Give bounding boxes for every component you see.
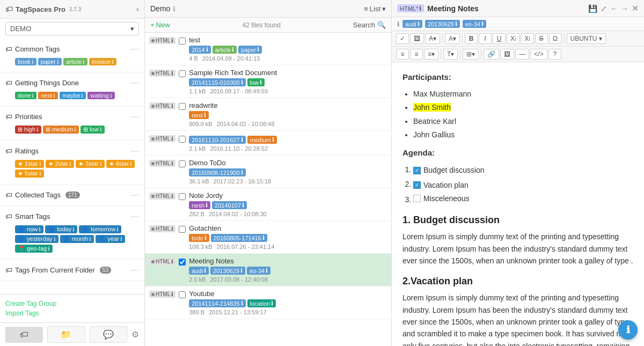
file-tag[interactable]: audi ℹ bbox=[189, 267, 209, 275]
smart-tags-header[interactable]: 🏷 Smart Tags ⋯ bbox=[0, 209, 144, 224]
tag-now[interactable]: 👤 now ℹ bbox=[15, 225, 43, 233]
folder-view-btn[interactable]: 📁 bbox=[47, 326, 85, 343]
file-tag[interactable]: 20160908-121900 ℹ bbox=[189, 168, 245, 176]
tag-month[interactable]: 👤 month ℹ bbox=[60, 235, 94, 243]
toolbar-align-btn[interactable]: ≡▾ bbox=[424, 49, 438, 60]
toolbar-color-btn[interactable]: A▾ bbox=[425, 33, 440, 44]
tag-book[interactable]: book ℹ bbox=[15, 58, 36, 65]
tag-today[interactable]: 👤 today ℹ bbox=[45, 225, 77, 233]
collected-tags-menu-icon[interactable]: ⋯ bbox=[130, 190, 139, 200]
file-tag[interactable]: 20130629 ℹ bbox=[210, 267, 245, 275]
file-tag[interactable]: 20140107 ℹ bbox=[212, 201, 247, 209]
toolbar-table-btn[interactable]: ⊞▾ bbox=[463, 49, 479, 60]
agenda-checkbox-checked[interactable]: ✓ bbox=[413, 181, 421, 189]
tag-yesterday[interactable]: 👤 yesterday ℹ bbox=[15, 235, 58, 243]
save-icon[interactable]: 💾 bbox=[588, 4, 597, 13]
tag-2star[interactable]: ★ 2star ℹ bbox=[46, 160, 75, 168]
toolbar-link-btn[interactable]: 🔗 bbox=[484, 49, 499, 60]
toolbar-media-btn[interactable]: 🖼 bbox=[500, 49, 514, 60]
folder-tags-menu-icon[interactable]: ⋯ bbox=[130, 265, 139, 275]
ratings-menu-icon[interactable]: ⋯ bbox=[130, 146, 139, 156]
file-select-checkbox[interactable] bbox=[179, 226, 186, 233]
file-tag[interactable]: medium ℹ bbox=[247, 136, 277, 144]
toolbar-hr-btn[interactable]: — bbox=[515, 49, 529, 60]
help-fab-btn[interactable]: ℹ bbox=[618, 320, 638, 340]
sidebar-collapse-btn[interactable]: ‹ bbox=[136, 4, 139, 14]
gtd-menu-icon[interactable]: ⋯ bbox=[130, 78, 139, 88]
toolbar-strikethrough-btn[interactable]: S bbox=[535, 33, 548, 44]
file-tag[interactable]: 2014 ℹ bbox=[189, 46, 210, 54]
tag-maybe[interactable]: maybe ℹ bbox=[60, 92, 86, 99]
file-item[interactable]: HTML ℹ 20161110-201627 ℹ medium ℹ 2.1 kB… bbox=[145, 131, 391, 156]
toolbar-bold-btn[interactable]: B bbox=[465, 33, 478, 44]
editor-tag-eo34[interactable]: eo-34 ℹ bbox=[463, 20, 486, 28]
gtd-header[interactable]: 🏷 Getting Things Done ⋯ bbox=[0, 76, 144, 90]
forward-icon[interactable]: → bbox=[621, 4, 628, 13]
tag-1star[interactable]: ★ 1star ℹ bbox=[15, 160, 44, 168]
settings-gear-icon[interactable]: ⚙ bbox=[131, 329, 139, 340]
toolbar-ul-btn[interactable]: ≡ bbox=[396, 49, 409, 60]
tag-3star[interactable]: ★ 3star ℹ bbox=[76, 160, 105, 168]
toolbar-ol-btn[interactable]: ≡ bbox=[410, 49, 423, 60]
toolbar-code-btn[interactable]: </> bbox=[530, 49, 547, 60]
tag-article[interactable]: article ℹ bbox=[63, 58, 87, 65]
back-icon[interactable]: ← bbox=[610, 4, 618, 13]
file-item[interactable]: HTML ℹ Note Jordy nesh ℹ 20140107 ℹ 282 … bbox=[145, 188, 391, 221]
file-tag[interactable]: todo ℹ bbox=[189, 234, 209, 242]
file-tag[interactable]: paper ℹ bbox=[238, 46, 262, 54]
file-tag[interactable]: article ℹ bbox=[213, 46, 237, 54]
toolbar-image-btn[interactable]: 🖼 bbox=[410, 33, 424, 44]
toolbar-superscript-btn[interactable]: Xi bbox=[507, 33, 519, 44]
toolbar-font-family-dropdown[interactable]: UBUNTU ▾ bbox=[567, 33, 606, 44]
toolbar-italic-btn[interactable]: I bbox=[479, 33, 492, 44]
collected-tags-header[interactable]: 🏷 Collected Tags 171 ⋯ bbox=[0, 188, 144, 202]
editor-tag-date[interactable]: 20130629 ℹ bbox=[425, 20, 460, 28]
list-view-toggle[interactable]: ≡ List ▾ bbox=[364, 5, 386, 13]
demo-selector[interactable]: DEMO ▾ bbox=[5, 22, 139, 35]
ratings-header[interactable]: 🏷 Ratings ⋯ bbox=[0, 144, 144, 158]
tag-invoice[interactable]: invoice ℹ bbox=[89, 58, 116, 65]
toolbar-help-btn[interactable]: ? bbox=[548, 49, 561, 60]
file-select-checkbox[interactable] bbox=[179, 160, 186, 167]
tag-next[interactable]: next ℹ bbox=[38, 92, 58, 99]
file-select-checkbox[interactable] bbox=[179, 193, 186, 200]
file-item[interactable]: HTML ℹ readwrite next ℹ 909.0 kB 2014.04… bbox=[145, 98, 391, 131]
file-select-checkbox[interactable] bbox=[179, 70, 186, 77]
toolbar-check-btn[interactable]: ✓ bbox=[396, 33, 409, 44]
toolbar-text-style-btn[interactable]: T▾ bbox=[443, 49, 458, 60]
common-tags-menu-icon[interactable]: ⋯ bbox=[130, 44, 139, 54]
file-item[interactable]: HTML ℹ test 2014 ℹ article ℹ paper ℹ 4 B… bbox=[145, 33, 391, 65]
agenda-checkbox-checked[interactable]: ✓ bbox=[413, 167, 421, 174]
tag-geo-tag[interactable]: 📍 geo-tag ℹ bbox=[15, 245, 53, 253]
create-tag-group-link[interactable]: Create Tag Group bbox=[5, 299, 139, 308]
file-tag[interactable]: 20160805-171416 ℹ bbox=[211, 234, 267, 242]
priorities-header[interactable]: 🏷 Priorities ⋯ bbox=[0, 109, 144, 124]
tag-4star[interactable]: ★ 4star ℹ bbox=[106, 160, 135, 168]
file-select-checkbox[interactable] bbox=[179, 259, 186, 266]
toolbar-subscript-btn[interactable]: Xi bbox=[521, 33, 533, 44]
folder-tags-header[interactable]: 🏷 Tags From Current Folder 53 ⋯ bbox=[0, 263, 144, 277]
tag-waiting[interactable]: waiting ℹ bbox=[87, 92, 114, 99]
file-item[interactable]: HTML ℹ Demo ToDo 20160908-121900 ℹ 36.1 … bbox=[145, 156, 391, 188]
file-item[interactable]: HTML ℹ Youtube 20141114-214835 ℹ locatio… bbox=[145, 286, 391, 319]
editor-tag-info-icon[interactable]: ℹ bbox=[397, 20, 400, 28]
tag-low[interactable]: ⊞ low ℹ bbox=[80, 126, 105, 134]
editor-type-menu-icon[interactable]: ℹ bbox=[419, 5, 421, 12]
tag-tomorrow[interactable]: 👤 tomorrow ℹ bbox=[79, 225, 121, 233]
common-tags-header[interactable]: 🏷 Common Tags ⋯ bbox=[0, 42, 144, 56]
file-item[interactable]: HTML ℹ Sample Rich Text Document 2014111… bbox=[145, 65, 391, 98]
tag-5star[interactable]: ★ 5star ℹ bbox=[15, 170, 44, 178]
new-file-btn[interactable]: + New bbox=[150, 21, 170, 29]
file-select-checkbox[interactable] bbox=[179, 38, 186, 45]
toolbar-format-btn[interactable]: Ω bbox=[549, 33, 562, 44]
toolbar-font-size-btn[interactable]: A▾ bbox=[445, 33, 460, 44]
file-tag[interactable]: 20141115-010300 ℹ bbox=[189, 78, 245, 86]
file-tag[interactable]: next ℹ bbox=[189, 111, 209, 119]
agenda-checkbox-unchecked[interactable] bbox=[413, 195, 421, 202]
expand-icon[interactable]: ⤢ bbox=[601, 4, 607, 13]
tag-high[interactable]: ⊞ high ℹ bbox=[15, 126, 41, 134]
file-tag[interactable]: nesh ℹ bbox=[189, 201, 210, 209]
tag-year[interactable]: 👤 year ℹ bbox=[96, 235, 125, 243]
file-tag[interactable]: 20141114-214835 ℹ bbox=[189, 299, 245, 307]
file-tag[interactable]: eo-34 ℹ bbox=[247, 267, 270, 275]
